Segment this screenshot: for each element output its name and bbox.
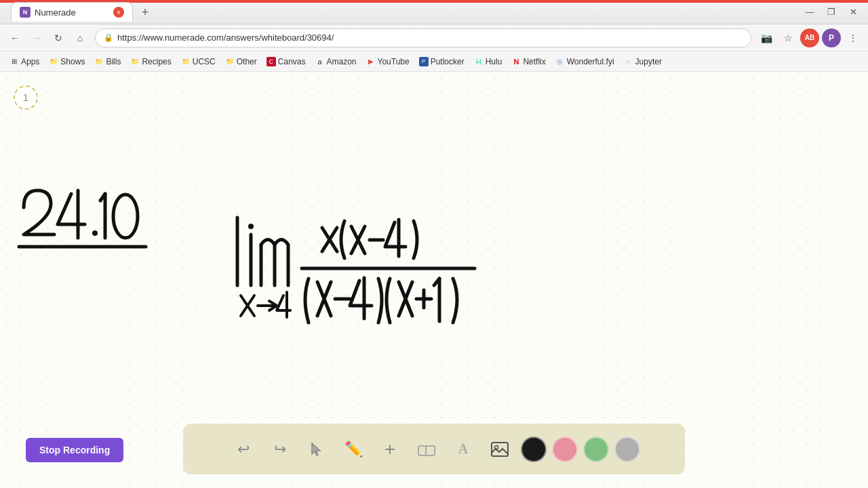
bookmark-wonderful[interactable]: ◎ Wonderful.fyi: [551, 56, 618, 68]
bookmark-wonderful-label: Wonderful.fyi: [567, 57, 614, 66]
back-button[interactable]: ←: [5, 28, 24, 47]
bookmark-recipes[interactable]: 📁 Recipes: [126, 56, 175, 68]
ucsc-icon: 📁: [181, 57, 191, 66]
bookmark-netflix[interactable]: N Netflix: [507, 56, 549, 68]
bookmark-youtube[interactable]: ▶ YouTube: [362, 56, 414, 68]
bookmark-bills[interactable]: 📁 Bills: [90, 56, 125, 68]
tab-favicon: N: [20, 7, 31, 18]
bookmarks-bar: ⊞ Apps 📁 Shows 📁 Bills 📁 Recipes 📁 UCSC …: [0, 52, 868, 72]
title-bar: N Numerade × + — ❐ ✕: [0, 0, 868, 24]
refresh-button[interactable]: ↻: [49, 28, 68, 47]
youtube-icon: ▶: [366, 57, 376, 66]
bookmark-apps[interactable]: ⊞ Apps: [5, 56, 43, 68]
nav-bar: ← → ↻ ⌂ 🔒 https://www.numerade.com/answe…: [0, 24, 868, 52]
bookmark-netflix-label: Netflix: [523, 57, 545, 66]
menu-button[interactable]: ⋮: [844, 28, 863, 47]
svg-point-3: [248, 224, 254, 229]
bookmark-putlocker[interactable]: P Putlocker: [415, 56, 469, 68]
recipes-icon: 📁: [130, 57, 140, 66]
putlocker-icon: P: [419, 57, 429, 66]
color-gray[interactable]: [614, 436, 640, 462]
bookmark-youtube-label: YouTube: [378, 57, 410, 66]
bottom-toolbar: ↩ ↪ ✏️ + A: [183, 424, 685, 474]
bookmark-jupyter[interactable]: ○ Jupyter: [620, 56, 666, 68]
text-tool-button[interactable]: A: [448, 434, 479, 465]
active-tab[interactable]: N Numerade ×: [11, 2, 133, 22]
window-controls: — ❐ ✕: [800, 3, 863, 22]
apps-icon: ⊞: [9, 57, 19, 66]
bookmark-other-label: Other: [237, 57, 257, 66]
color-green[interactable]: [583, 436, 609, 462]
whiteboard-area[interactable]: 1: [0, 72, 868, 488]
maximize-button[interactable]: ❐: [822, 3, 841, 22]
pen-tool-button[interactable]: ✏️: [338, 434, 369, 465]
bookmark-star-icon[interactable]: ☆: [778, 28, 797, 47]
url-text: https://www.numerade.com/answers/whitebo…: [117, 33, 743, 43]
new-tab-button[interactable]: +: [136, 3, 155, 22]
redo-button[interactable]: ↪: [264, 434, 296, 465]
select-tool-button[interactable]: [301, 434, 332, 465]
close-button[interactable]: ✕: [844, 3, 863, 22]
browser-frame: N Numerade × + — ❐ ✕ ← → ↻ ⌂ 🔒 https://w…: [0, 0, 868, 488]
whiteboard-drawing: [0, 72, 868, 431]
bookmark-other[interactable]: 📁 Other: [221, 56, 261, 68]
bookmark-recipes-label: Recipes: [142, 57, 171, 66]
bookmark-shows[interactable]: 📁 Shows: [45, 56, 89, 68]
bookmark-putlocker-label: Putlocker: [431, 57, 465, 66]
svg-point-1: [113, 195, 138, 238]
shows-icon: 📁: [49, 57, 58, 66]
bookmark-bills-label: Bills: [106, 57, 121, 66]
jupyter-icon: ○: [624, 57, 633, 66]
bookmark-ucsc-label: UCSC: [193, 57, 216, 66]
add-button[interactable]: +: [374, 434, 406, 465]
bookmark-hulu[interactable]: H Hulu: [470, 56, 507, 68]
nav-right-controls: 📷 ☆ AB P ⋮: [757, 28, 863, 47]
address-bar[interactable]: 🔒 https://www.numerade.com/answers/white…: [95, 28, 751, 47]
stop-recording-button[interactable]: Stop Recording: [26, 438, 123, 462]
bills-icon: 📁: [94, 57, 104, 66]
svg-point-0: [92, 230, 98, 236]
hulu-icon: H: [474, 57, 484, 66]
canvas-icon: C: [267, 57, 276, 66]
other-icon: 📁: [225, 57, 235, 66]
forward-button[interactable]: →: [27, 28, 46, 47]
wonderful-icon: ◎: [555, 57, 565, 66]
bookmark-canvas-label: Canvas: [278, 57, 306, 66]
tab-bar: N Numerade × +: [5, 2, 160, 22]
video-icon[interactable]: 📷: [757, 28, 776, 47]
bookmark-jupyter-label: Jupyter: [635, 57, 662, 66]
home-button[interactable]: ⌂: [71, 28, 90, 47]
extension-badge[interactable]: AB: [800, 28, 819, 47]
amazon-icon: a: [315, 57, 324, 66]
image-tool-button[interactable]: [484, 434, 515, 465]
color-black[interactable]: [521, 436, 547, 462]
bookmark-hulu-label: Hulu: [486, 57, 502, 66]
profile-button[interactable]: P: [822, 28, 841, 47]
tab-close-button[interactable]: ×: [113, 7, 124, 18]
eraser-tool-button[interactable]: [411, 434, 442, 465]
bookmark-ucsc[interactable]: 📁 UCSC: [177, 56, 220, 68]
bookmark-apps-label: Apps: [21, 57, 39, 66]
netflix-icon: N: [511, 57, 521, 66]
lock-icon: 🔒: [104, 33, 113, 42]
undo-button[interactable]: ↩: [228, 434, 259, 465]
minimize-button[interactable]: —: [800, 3, 819, 22]
bookmark-canvas[interactable]: C Canvas: [262, 56, 310, 68]
tab-title: Numerade: [35, 7, 109, 18]
bookmark-amazon[interactable]: a Amazon: [311, 56, 360, 68]
bookmark-shows-label: Shows: [60, 57, 85, 66]
color-pink[interactable]: [552, 436, 578, 462]
bookmark-amazon-label: Amazon: [326, 57, 356, 66]
